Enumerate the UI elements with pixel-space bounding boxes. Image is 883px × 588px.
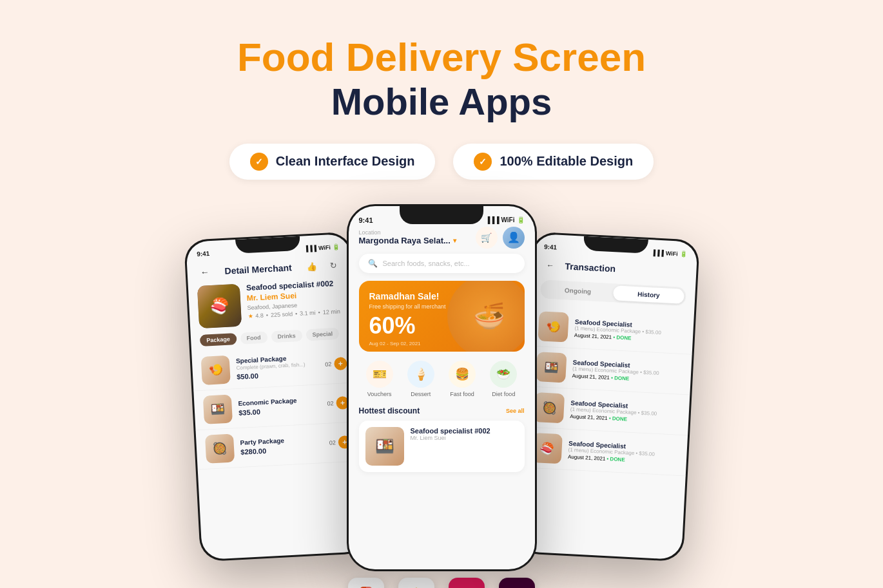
signal-icon: ▐▐▐: [485, 216, 499, 223]
check-icon-clean: ✓: [250, 153, 268, 171]
header-actions: 🛒 👤: [476, 227, 525, 249]
dietfood-label: Diet food: [492, 391, 515, 397]
right-phone: 9:41 ▐▐▐ WiFi 🔋 ← Transaction Ongoing Hi…: [516, 231, 700, 562]
menu-item-1-image: 🍤: [200, 355, 230, 384]
menu-item-2-add: 02 +: [327, 396, 349, 410]
location-arrow-icon: ▾: [453, 237, 456, 244]
like-button[interactable]: 👍: [302, 258, 320, 275]
center-time: 9:41: [359, 216, 373, 224]
menu-item-1-add: 02 +: [324, 357, 347, 371]
merchant-action-icons: 👍 ↻: [302, 256, 342, 275]
menu-item-3-image: 🥘: [204, 433, 234, 463]
merchant-owner: Mr. Liem Suei: [246, 290, 296, 302]
tab-history[interactable]: History: [612, 285, 684, 304]
trans-item-2-image: 🍱: [536, 352, 567, 383]
page-header: Food Delivery Screen Mobile Apps: [0, 0, 883, 124]
done-badge-2: • DONE: [610, 374, 629, 381]
badge-clean-label: Clean Interface Design: [276, 154, 415, 169]
merchant-page-title: Detail Merchant: [224, 262, 292, 276]
promo-banner[interactable]: Ramadhan Sale! Free shipping for all mer…: [359, 281, 525, 352]
menu-item-1-details: Special Package Complete (prawn, crab, f…: [235, 353, 319, 381]
location-bar: Location Margonda Raya Selat... ▾: [359, 229, 456, 245]
badge-clean: ✓ Clean Interface Design: [229, 144, 436, 180]
voucher-icon: 🎫: [366, 361, 393, 388]
back-button[interactable]: ←: [196, 263, 213, 281]
trans-item-4-info: Seafood Specialist (1 menu) Economic Pac…: [567, 439, 677, 465]
voucher-label: Vouchers: [367, 391, 392, 397]
fastfood-icon: 🍔: [449, 361, 476, 388]
transaction-item-4[interactable]: 🍣 Seafood Specialist (1 menu) Economic P…: [522, 427, 688, 476]
merchant-info: Seafood specialist #002 Mr. Liem Suei Se…: [188, 278, 354, 335]
left-phone: 9:41 ▐▐▐ WiFi 🔋 ← Detail Merchant 👍 ↻: [184, 231, 368, 562]
hottest-section-header: Hottest discount See all: [349, 406, 535, 421]
hottest-title: Hottest discount: [359, 406, 420, 415]
user-avatar[interactable]: 👤: [503, 227, 525, 249]
see-all-button[interactable]: See all: [506, 408, 525, 414]
location-header: Location Margonda Raya Selat... ▾ 🛒 👤: [349, 227, 535, 254]
dessert-label: Dessert: [411, 391, 431, 397]
hottest-item-name: Seafood specialist #002: [411, 427, 518, 435]
sold-count: •: [266, 312, 268, 318]
cat-dietfood[interactable]: 🥗 Diet food: [490, 361, 517, 397]
done-badge-4: • DONE: [606, 455, 625, 462]
badge-editable: ✓ 100% Editable Design: [453, 144, 654, 180]
dietfood-icon: 🥗: [490, 361, 517, 388]
rating-value: 4.8: [255, 312, 264, 319]
battery-icon: 🔋: [517, 216, 525, 223]
location-label: Location: [359, 229, 456, 236]
tab-special[interactable]: Special: [306, 327, 339, 341]
sketch-tool-icon: [398, 578, 434, 588]
center-phone-screen: 9:41 ▐▐▐ WiFi 🔋 Location Margonda Raya S…: [349, 206, 535, 569]
hottest-card[interactable]: 🍱 Seafood specialist #002 Mr. Liem Suei: [359, 421, 525, 472]
search-bar[interactable]: 🔍 Search foods, snacks, etc...: [359, 254, 525, 273]
xd-tool-icon: Xd: [499, 578, 535, 588]
tab-ongoing[interactable]: Ongoing: [542, 281, 614, 300]
right-status-icons: ▐▐▐ WiFi 🔋: [651, 249, 687, 257]
phones-container: 9:41 ▐▐▐ WiFi 🔋 ← Detail Merchant 👍 ↻: [0, 204, 883, 571]
time-value: 12 min: [322, 308, 340, 316]
location-value: Margonda Raya Selat... ▾: [359, 236, 456, 245]
share-button[interactable]: ↻: [324, 256, 342, 274]
merchant-details: Seafood specialist #002 Mr. Liem Suei Se…: [246, 278, 344, 319]
badge-editable-label: 100% Editable Design: [500, 154, 633, 169]
trans-item-2-info: Seafood Specialist (1 menu) Economic Pac…: [572, 358, 682, 384]
hottest-item-merchant: Mr. Liem Suei: [411, 435, 518, 441]
transaction-back-button[interactable]: ←: [541, 256, 558, 274]
right-phone-screen: 9:41 ▐▐▐ WiFi 🔋 ← Transaction Ongoing Hi…: [518, 233, 698, 560]
fastfood-label: Fast food: [450, 391, 474, 397]
signal-icon: ▐▐▐: [304, 245, 316, 252]
add-item-1-button[interactable]: +: [333, 357, 347, 370]
banner-title: Ramadhan Sale!: [369, 291, 514, 302]
invision-tool-icon: in: [449, 578, 485, 588]
check-icon-editable: ✓: [474, 153, 492, 171]
wifi-icon: WiFi: [501, 216, 514, 223]
cat-vouchers[interactable]: 🎫 Vouchers: [366, 361, 393, 397]
search-placeholder: Search foods, snacks, etc...: [383, 260, 470, 267]
done-badge-3: • DONE: [608, 415, 627, 421]
menu-item-3: 🥘 Party Package $280.00 02 +: [195, 422, 361, 469]
battery-icon: 🔋: [332, 243, 340, 251]
menu-item-2-details: Economic Package $35.00: [238, 395, 321, 417]
distance-value: 3.1 mi: [299, 310, 315, 317]
menu-item-3-count: 02: [329, 439, 336, 446]
notification-button[interactable]: 🛒: [476, 227, 498, 249]
main-title-orange: Food Delivery Screen: [0, 35, 883, 79]
menu-item-1-count: 02: [325, 361, 332, 368]
center-phone: 9:41 ▐▐▐ WiFi 🔋 Location Margonda Raya S…: [347, 204, 537, 571]
trans-item-3-image: 🥘: [533, 392, 564, 423]
sold-value: 225 sold: [270, 310, 293, 318]
wifi-icon: WiFi: [318, 243, 330, 251]
banner-subtitle: Free shipping for all merchant: [369, 303, 514, 310]
trans-item-3-info: Seafood Specialist (1 menu) Economic Pac…: [570, 399, 680, 424]
tab-package[interactable]: Package: [199, 333, 236, 346]
star-icon: ★: [247, 313, 253, 319]
food-visual: [197, 283, 241, 328]
left-time: 9:41: [196, 250, 209, 258]
tab-food[interactable]: Food: [240, 331, 267, 344]
tab-drinks[interactable]: Drinks: [271, 329, 302, 342]
category-icons: 🎫 Vouchers 🍦 Dessert 🍔 Fast food 🥗 Diet …: [349, 361, 535, 406]
cat-fastfood[interactable]: 🍔 Fast food: [449, 361, 476, 397]
menu-item-3-details: Party Package $280.00: [240, 435, 323, 456]
tool-icons: in Xd: [0, 578, 883, 588]
cat-dessert[interactable]: 🍦 Dessert: [407, 361, 434, 397]
